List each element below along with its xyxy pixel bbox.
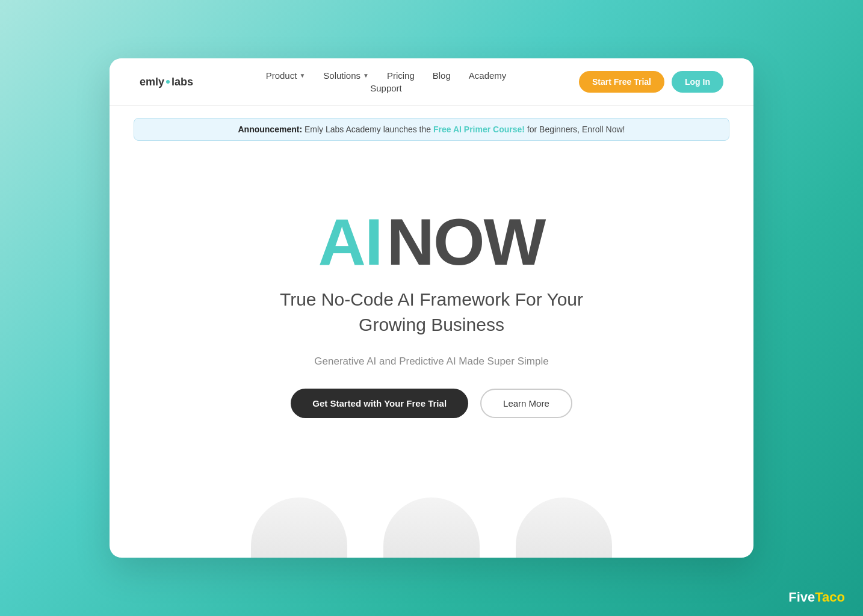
announcement-text: Emly Labs Academy launches the [305,125,433,134]
logo[interactable]: emlylabs [140,76,193,88]
get-started-button[interactable]: Get Started with Your Free Trial [291,389,468,418]
nav-top-row: Product ▼ Solutions ▼ Pricing Blog Acade… [266,70,507,81]
nav-blog[interactable]: Blog [433,70,451,81]
hero-section: AI NOW True No-Code AI Framework For You… [110,153,753,485]
logo-text-after: labs [172,76,193,88]
hero-subtitle: True No-Code AI Framework For Your Growi… [251,287,612,337]
nav-actions: Start Free Trial Log In [579,71,723,93]
main-container: emlylabs Product ▼ Solutions ▼ Pricing B… [110,58,753,558]
login-button[interactable]: Log In [672,71,723,93]
hero-now-text: NOW [387,209,545,275]
nav-bottom-row: Support [370,83,402,93]
ghost-shape-3 [516,497,612,558]
navbar: emlylabs Product ▼ Solutions ▼ Pricing B… [110,58,753,106]
ghost-shape-2 [383,497,480,558]
nav-support[interactable]: Support [370,83,402,93]
nav-center: Product ▼ Solutions ▼ Pricing Blog Acade… [266,70,507,93]
hero-buttons: Get Started with Your Free Trial Learn M… [291,389,572,418]
watermark: FiveTaco [788,590,845,605]
hero-ai-text: AI [318,209,382,275]
bottom-section [110,485,753,558]
hero-headline: AI NOW [318,209,545,275]
watermark-five: Five [788,590,815,605]
watermark-taco: Taco [815,590,845,605]
announcement-link[interactable]: Free AI Primer Course! [433,125,525,134]
learn-more-button[interactable]: Learn More [480,389,572,418]
announcement-banner: Announcement: Emly Labs Academy launches… [134,118,729,141]
announcement-label: Announcement: [238,125,303,134]
logo-dot [166,80,170,84]
nav-product[interactable]: Product ▼ [266,70,306,81]
product-chevron-icon: ▼ [299,72,305,79]
ghost-shape-1 [251,497,347,558]
solutions-chevron-icon: ▼ [363,72,369,79]
logo-text-before: emly [140,76,164,88]
nav-pricing[interactable]: Pricing [387,70,415,81]
start-trial-button[interactable]: Start Free Trial [579,71,664,93]
nav-academy[interactable]: Academy [469,70,507,81]
announcement-suffix: for Beginners, Enroll Now! [527,125,625,134]
hero-tagline: Generative AI and Predictive AI Made Sup… [314,356,548,368]
nav-solutions[interactable]: Solutions ▼ [323,70,369,81]
